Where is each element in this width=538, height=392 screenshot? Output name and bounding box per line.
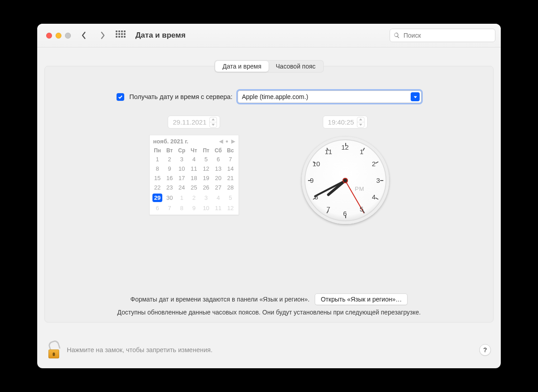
calendar-day[interactable]: 1 [176,192,188,203]
clock-tick [308,180,311,181]
zoom-window-button[interactable] [65,33,71,39]
calendar-day[interactable]: 20 [212,173,224,183]
calendar-today-icon[interactable]: ● [226,138,229,144]
time-server-combo[interactable]: Apple (time.apple.com.) [238,90,421,103]
calendar-day[interactable]: 4 [188,155,200,164]
calendar-day[interactable]: 18 [188,173,200,183]
lock-icon[interactable] [47,341,61,358]
forward-button[interactable] [97,29,108,42]
step-up-icon [210,117,217,123]
calendar-day[interactable]: 5 [224,192,236,203]
date-column: 29.11.2021 нояб. 2021 г. ◀ ● ▶ [149,116,239,282]
calendar-day[interactable]: 2 [164,155,176,164]
preferences-window: Дата и время Дата и время Часовой пояс П… [37,24,501,368]
calendar-day[interactable]: 7 [224,155,236,164]
calendar-day[interactable]: 17 [176,173,188,183]
auto-time-checkbox[interactable] [117,93,124,101]
timezone-update-hint: Доступны обновленные данные часовых пояс… [45,309,493,316]
calendar-day[interactable]: 1 [152,155,164,164]
calendar-day[interactable]: 9 [164,164,176,173]
calendar-day[interactable]: 7 [164,203,176,213]
clock-number: 7 [324,205,334,213]
calendar-day[interactable]: 21 [224,173,236,183]
calendar[interactable]: нояб. 2021 г. ◀ ● ▶ ПнВтСрЧтПтСбВс 12345… [149,135,239,215]
calendar-day[interactable]: 28 [224,183,236,192]
calendar-day[interactable]: 14 [224,164,236,173]
close-window-button[interactable] [46,33,52,39]
calendar-day[interactable]: 6 [212,155,224,164]
calendar-day[interactable]: 15 [152,173,164,183]
calendar-day[interactable]: 13 [212,164,224,173]
clock-number: 2 [369,160,379,168]
lock-hint: Нажмите на замок, чтобы запретить измене… [67,346,213,353]
date-value: 29.11.2021 [173,118,206,126]
calendar-nav[interactable]: ◀ ● ▶ [219,138,235,144]
show-all-icon[interactable] [116,30,126,40]
auto-time-label: Получать дату и время с сервера: [130,93,233,100]
calendar-day[interactable]: 8 [152,164,164,173]
weekday-header: Вс [224,146,236,155]
clock-number: 5 [357,205,367,213]
date-field[interactable]: 29.11.2021 [168,116,220,129]
weekday-header: Пт [200,146,212,155]
window-controls [46,33,71,39]
calendar-day[interactable]: 11 [212,203,224,213]
search-input[interactable] [403,31,491,39]
calendar-month-label: нояб. 2021 г. [153,138,189,145]
content-panel: Дата и время Часовой пояс Получать дату … [44,66,494,323]
calendar-day[interactable]: 24 [176,183,188,192]
calendar-day[interactable]: 26 [200,183,212,192]
calendar-day[interactable]: 19 [200,173,212,183]
calendar-day[interactable]: 16 [164,173,176,183]
clock-cap [343,178,348,183]
help-button[interactable]: ? [479,344,491,356]
calendar-day[interactable]: 12 [224,203,236,213]
weekday-header: Вт [164,146,176,155]
calendar-day[interactable]: 10 [176,164,188,173]
bottom-info: Форматы дат и времени задаются в панели … [45,293,493,316]
calendar-day[interactable]: 12 [200,164,212,173]
time-stepper[interactable] [357,117,364,128]
window-title: Дата и время [135,31,186,40]
calendar-day[interactable]: 4 [212,192,224,203]
calendar-day[interactable]: 22 [152,183,164,192]
step-up-icon [357,117,364,123]
calendar-day[interactable]: 6 [152,203,164,213]
clock-tick [345,215,346,218]
minimize-window-button[interactable] [56,33,61,39]
weekday-header: Чт [188,146,200,155]
back-button[interactable] [78,29,90,42]
calendar-day[interactable]: 10 [200,203,212,213]
clock-number: 10 [311,160,321,168]
clock-number: 1 [357,147,367,155]
calendar-day[interactable]: 9 [188,203,200,213]
weekday-header: Пн [152,146,164,155]
checkmark-icon [118,95,123,99]
open-language-region-button[interactable]: Открыть «Язык и регион»… [315,293,408,305]
tab-timezone[interactable]: Часовой пояс [269,61,323,72]
clock-number: 11 [324,147,334,155]
calendar-prev-icon[interactable]: ◀ [219,138,223,144]
calendar-day[interactable]: 8 [176,203,188,213]
time-field[interactable]: 19:40:25 [323,116,367,129]
weekday-header: Сб [212,146,224,155]
calendar-day[interactable]: 29 [152,192,164,203]
calendar-day[interactable]: 3 [176,155,188,164]
calendar-day[interactable]: 5 [200,155,212,164]
calendar-day[interactable]: 2 [188,192,200,203]
footer: Нажмите на замок, чтобы запретить измене… [37,332,501,368]
calendar-day[interactable]: 27 [212,183,224,192]
calendar-day[interactable]: 30 [164,192,176,203]
calendar-day[interactable]: 25 [188,183,200,192]
calendar-day[interactable]: 11 [188,164,200,173]
calendar-next-icon[interactable]: ▶ [231,138,235,144]
search-field[interactable] [390,29,495,42]
date-stepper[interactable] [209,117,217,128]
chevron-down-icon [411,92,420,101]
step-down-icon [210,122,217,127]
calendar-day[interactable]: 3 [200,192,212,203]
calendar-day[interactable]: 23 [164,183,176,192]
analog-clock: PM 123456789101112 [302,137,389,224]
clock-tick [380,180,383,181]
tab-date-time[interactable]: Дата и время [215,61,269,72]
